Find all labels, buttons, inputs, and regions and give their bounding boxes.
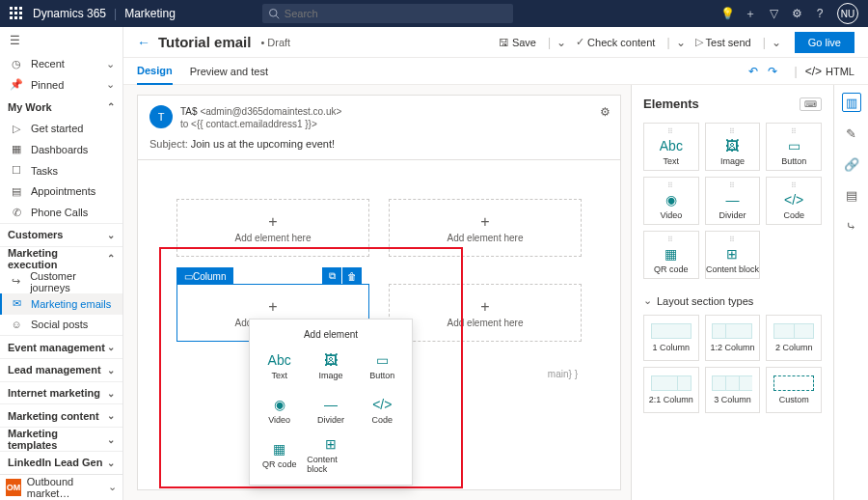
- help-icon[interactable]: ?: [808, 7, 831, 20]
- tab-design[interactable]: Design: [137, 58, 173, 85]
- layout-12col[interactable]: 1:2 Column: [705, 315, 761, 361]
- nav-marketing-emails[interactable]: ✉Marketing emails: [0, 293, 122, 315]
- waffle-icon[interactable]: [10, 7, 23, 20]
- element-button[interactable]: ⠿▭Button: [766, 123, 822, 171]
- layout-2col[interactable]: 2 Column: [766, 315, 822, 361]
- popup-image[interactable]: 🖼Image: [307, 346, 354, 386]
- tab-bar: Design Preview and test ↶ ↷ | </> HTML: [123, 58, 868, 85]
- element-video[interactable]: ⠿◉Video: [643, 177, 699, 225]
- dropzone[interactable]: +Add element here: [176, 199, 369, 257]
- popup-button[interactable]: ▭Button: [359, 346, 406, 386]
- svg-line-10: [276, 15, 279, 18]
- nav-footer-label: Outbound market…: [27, 476, 108, 499]
- nav-dashboards[interactable]: ▦Dashboards: [0, 139, 122, 160]
- element-text[interactable]: ⠿AbcText: [643, 123, 699, 171]
- nav-get-started[interactable]: ▷Get started: [0, 118, 122, 139]
- content-block-icon: ⊞: [325, 436, 337, 452]
- go-live-button[interactable]: Go live: [795, 32, 854, 53]
- element-content-block[interactable]: ⠿⊞Content block: [705, 231, 761, 279]
- popup-code[interactable]: </>Code: [359, 390, 406, 431]
- add-icon[interactable]: ＋: [739, 6, 762, 22]
- column-copy-button[interactable]: ⧉: [322, 267, 341, 285]
- nav-section-event[interactable]: Event management⌄: [0, 335, 122, 358]
- from-address: <admin@d365domaintest.co.uk>: [200, 106, 341, 117]
- test-dropdown[interactable]: ⌄: [772, 36, 781, 49]
- save-button[interactable]: 🖫Save: [499, 37, 536, 48]
- nav-section-internet[interactable]: Internet marketing⌄: [0, 381, 122, 404]
- element-qr[interactable]: ⠿▦QR code: [643, 231, 699, 279]
- save-dropdown[interactable]: ⌄: [556, 36, 566, 49]
- nav-recent[interactable]: ◷Recent⌄: [0, 53, 122, 74]
- add-element-popup: Add element AbcText 🖼Image ▭Button ◉Vide…: [249, 319, 413, 486]
- nav-toggle[interactable]: ☰: [0, 27, 122, 53]
- nav-section-templates[interactable]: Marketing templates⌄: [0, 427, 122, 451]
- nav-section-mywork[interactable]: My Work⌃: [0, 96, 122, 119]
- global-search[interactable]: [262, 4, 513, 23]
- popup-video[interactable]: ◉Video: [256, 390, 303, 431]
- nav-customer-journeys[interactable]: ↪Customer journeys: [0, 270, 122, 293]
- svg-rect-8: [19, 16, 22, 19]
- nav-section-marketing-exec[interactable]: Marketing execution⌃: [0, 246, 122, 270]
- nav-section-lead[interactable]: Lead management⌄: [0, 358, 122, 381]
- column-delete-button[interactable]: 🗑: [342, 267, 362, 285]
- back-button[interactable]: ←: [137, 35, 150, 50]
- content-block-icon: ⊞: [726, 246, 738, 262]
- popup-divider[interactable]: —Divider: [307, 390, 354, 431]
- svg-rect-4: [14, 12, 17, 14]
- dropzone[interactable]: +Add element here: [389, 199, 582, 257]
- filter-icon[interactable]: ▽: [762, 7, 785, 20]
- svg-rect-1: [14, 7, 17, 10]
- rail-links[interactable]: 🔗: [842, 154, 861, 174]
- element-divider[interactable]: ⠿—Divider: [705, 177, 761, 225]
- svg-rect-0: [10, 7, 13, 10]
- layout-3col[interactable]: 3 Column: [705, 367, 761, 413]
- layout-section-title[interactable]: Layout section types: [643, 294, 822, 307]
- video-icon: ◉: [274, 397, 285, 412]
- html-toggle[interactable]: HTML: [826, 66, 854, 77]
- nav-social-posts[interactable]: ☺Social posts: [0, 315, 122, 336]
- nav-tasks[interactable]: ☐Tasks: [0, 160, 122, 181]
- search-input[interactable]: [285, 8, 477, 19]
- search-icon: [268, 8, 280, 19]
- brand-name[interactable]: Dynamics 365: [33, 7, 106, 20]
- popup-content-block[interactable]: ⊞Content block: [307, 434, 354, 475]
- nav-pinned[interactable]: 📌Pinned⌄: [0, 74, 122, 96]
- code-icon: </>: [372, 397, 392, 412]
- to-field[interactable]: to <{{ contact.emailaddress1 }}>: [180, 118, 341, 130]
- text-icon: Abc: [660, 138, 683, 153]
- nav-footer[interactable]: OM Outbound market… ⌄: [0, 474, 122, 500]
- nav-appointments[interactable]: ▤Appointments: [0, 181, 122, 203]
- element-code[interactable]: ⠿</>Code: [766, 177, 822, 225]
- rail-tree[interactable]: ⤷: [842, 216, 861, 236]
- redo-button[interactable]: ↷: [768, 65, 777, 78]
- check-dropdown[interactable]: ⌄: [676, 36, 686, 49]
- user-avatar[interactable]: NU: [837, 3, 858, 24]
- undo-button[interactable]: ↶: [748, 65, 758, 78]
- dropzone[interactable]: +Add element here: [389, 284, 582, 342]
- nav-section-content[interactable]: Marketing content⌄: [0, 403, 122, 427]
- rail-layers[interactable]: ▤: [842, 185, 861, 205]
- popup-qr[interactable]: ▦QR code: [256, 434, 303, 475]
- layout-custom[interactable]: Custom: [766, 367, 822, 413]
- lightbulb-icon[interactable]: 💡: [716, 7, 739, 20]
- nav-section-customers[interactable]: Customers⌄: [0, 223, 122, 246]
- nav-phone-calls[interactable]: ✆Phone Calls: [0, 202, 122, 223]
- header-settings-icon[interactable]: ⚙: [600, 105, 610, 119]
- nav-pinned-label: Pinned: [31, 79, 64, 91]
- settings-icon[interactable]: ⚙: [785, 7, 808, 20]
- layout-21col[interactable]: 2:1 Column: [643, 367, 699, 413]
- elements-panel: Elements⌨ ⠿AbcText ⠿🖼Image ⠿▭Button ⠿◉Vi…: [631, 85, 833, 500]
- right-rail: ▥ ✎ 🔗 ▤ ⤷: [833, 85, 868, 500]
- nav-section-linkedin[interactable]: LinkedIn Lead Gen⌄: [0, 451, 122, 474]
- test-send-button[interactable]: ▷Test send: [695, 36, 751, 48]
- layout-1col[interactable]: 1 Column: [643, 315, 699, 361]
- rail-styles[interactable]: ✎: [842, 124, 861, 143]
- rail-elements[interactable]: ▥: [842, 93, 861, 112]
- popup-text[interactable]: AbcText: [256, 346, 303, 386]
- subject-text[interactable]: Join us at the upcoming event!: [191, 138, 335, 150]
- element-image[interactable]: ⠿🖼Image: [705, 123, 761, 171]
- tab-preview[interactable]: Preview and test: [190, 58, 268, 85]
- email-canvas[interactable]: +Add element here +Add element here ▭ Co…: [137, 160, 621, 490]
- check-content-button[interactable]: ✓Check content: [576, 36, 655, 48]
- keyboard-hint-icon[interactable]: ⌨: [800, 97, 822, 111]
